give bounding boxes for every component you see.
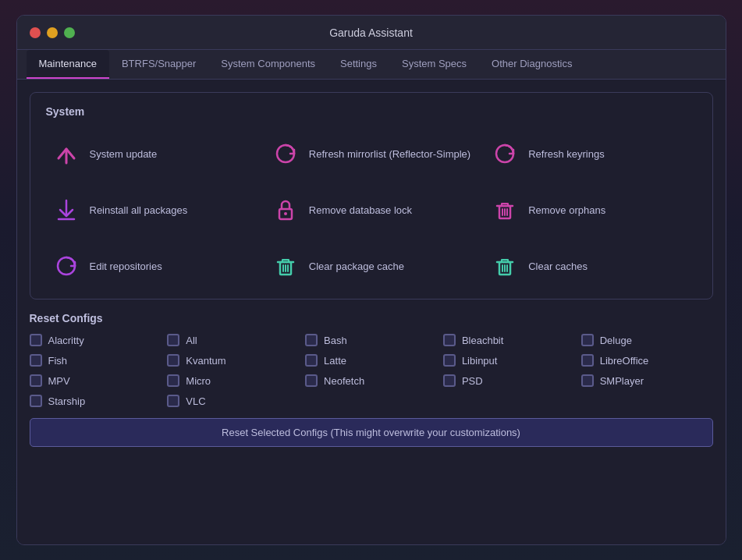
checkbox-kvantum[interactable]: Kvantum <box>167 354 299 367</box>
checkbox-micro-label: Micro <box>186 375 211 387</box>
tab-system-components[interactable]: System Components <box>208 50 328 79</box>
tab-btrfs[interactable]: BTRFS/Snapper <box>109 50 208 79</box>
action-edit-repos-label: Edit repositories <box>90 261 162 272</box>
checkbox-libreoffice-label: LibreOffice <box>600 355 649 367</box>
checkbox-latte-label: Latte <box>324 355 346 367</box>
action-reinstall-packages-label: Reinstall all packages <box>90 204 188 216</box>
action-remove-db-lock-label: Remove database lock <box>309 204 412 216</box>
refresh-mirrorlist-icon <box>272 140 300 168</box>
clear-package-cache-icon <box>272 252 300 280</box>
close-button[interactable] <box>30 27 41 38</box>
checkbox-psd[interactable]: PSD <box>443 374 575 387</box>
download-icon <box>52 196 80 224</box>
trash-orphans-icon <box>491 196 519 224</box>
checkbox-libinput-label: Libinput <box>462 355 498 367</box>
tab-bar: Maintenance BTRFS/Snapper System Compone… <box>17 50 726 80</box>
checkbox-fish-label: Fish <box>48 355 68 367</box>
checkbox-all-box[interactable] <box>167 334 179 346</box>
checkbox-all[interactable]: All <box>167 334 299 346</box>
action-remove-db-lock[interactable]: Remove database lock <box>265 190 477 230</box>
system-section-title: System <box>46 105 697 118</box>
action-edit-repos[interactable]: Edit repositories <box>46 246 257 286</box>
reset-selected-button[interactable]: Reset Selected Configs (This might overw… <box>30 418 713 447</box>
action-remove-orphans[interactable]: Remove orphans <box>485 190 696 230</box>
refresh-keyrings-icon <box>491 140 519 168</box>
checkbox-smplayer[interactable]: SMPlayer <box>581 374 713 387</box>
checkbox-starship-label: Starship <box>48 395 86 407</box>
checkbox-alacritty-box[interactable] <box>30 334 42 346</box>
checkbox-bash-label: Bash <box>324 335 347 346</box>
tab-system-specs[interactable]: System Specs <box>389 50 479 79</box>
action-refresh-keyrings-label: Refresh keyrings <box>528 148 605 160</box>
reset-configs-section: Reset Configs Alacritty All Bash Bleachb… <box>30 312 713 447</box>
app-window: Garuda Assistant Maintenance BTRFS/Snapp… <box>16 15 726 545</box>
checkbox-smplayer-label: SMPlayer <box>600 375 644 387</box>
checkbox-vlc[interactable]: VLC <box>167 395 299 407</box>
checkbox-bash[interactable]: Bash <box>305 334 437 346</box>
actions-grid: System update Refresh mirrorlist (Reflec… <box>46 133 697 286</box>
checkbox-bleachbit[interactable]: Bleachbit <box>443 334 575 346</box>
traffic-lights <box>30 27 75 38</box>
edit-repos-icon <box>52 252 80 280</box>
tab-other-diagnostics[interactable]: Other Diagnostics <box>479 50 584 79</box>
checkbox-neofetch[interactable]: Neofetch <box>305 374 437 387</box>
checkbox-starship[interactable]: Starship <box>30 395 162 407</box>
action-system-update[interactable]: System update <box>46 133 257 174</box>
checkbox-smplayer-box[interactable] <box>581 374 594 387</box>
action-clear-caches-label: Clear caches <box>528 261 588 272</box>
clear-caches-icon <box>491 252 519 280</box>
checkbox-libinput-box[interactable] <box>443 354 456 367</box>
checkbox-neofetch-box[interactable] <box>305 374 318 387</box>
checkbox-starship-box[interactable] <box>30 395 42 407</box>
action-refresh-mirrorlist-label: Refresh mirrorlist (Reflector-Simple) <box>309 148 470 160</box>
action-refresh-keyrings[interactable]: Refresh keyrings <box>485 133 696 174</box>
checkbox-vlc-label: VLC <box>186 395 205 407</box>
lock-icon <box>272 196 300 224</box>
checkbox-neofetch-label: Neofetch <box>324 375 364 387</box>
maximize-button[interactable] <box>64 27 75 38</box>
action-refresh-mirrorlist[interactable]: Refresh mirrorlist (Reflector-Simple) <box>265 133 477 174</box>
checkbox-bash-box[interactable] <box>305 334 318 346</box>
checkbox-latte-box[interactable] <box>305 354 318 367</box>
checkbox-bleachbit-box[interactable] <box>443 334 456 346</box>
checkbox-psd-box[interactable] <box>443 374 456 387</box>
tab-settings[interactable]: Settings <box>328 50 389 79</box>
checkbox-libreoffice-box[interactable] <box>581 354 594 367</box>
checkbox-libinput[interactable]: Libinput <box>443 354 575 367</box>
checkbox-alacritty-label: Alacritty <box>48 335 84 346</box>
checkbox-deluge-label: Deluge <box>600 335 632 346</box>
action-reinstall-packages[interactable]: Reinstall all packages <box>46 190 257 230</box>
action-clear-package-cache-label: Clear package cache <box>309 261 404 272</box>
tab-maintenance[interactable]: Maintenance <box>27 50 109 79</box>
checkbox-bleachbit-label: Bleachbit <box>462 335 503 346</box>
window-title: Garuda Assistant <box>329 27 413 39</box>
titlebar: Garuda Assistant <box>17 16 726 50</box>
action-clear-package-cache[interactable]: Clear package cache <box>265 246 477 286</box>
checkboxes-grid: Alacritty All Bash Bleachbit Deluge <box>30 334 713 407</box>
system-section: System System update <box>30 92 713 299</box>
checkbox-kvantum-box[interactable] <box>167 354 179 367</box>
checkbox-kvantum-label: Kvantum <box>186 355 225 367</box>
main-content: System System update <box>17 80 726 544</box>
checkbox-deluge[interactable]: Deluge <box>581 334 713 346</box>
action-remove-orphans-label: Remove orphans <box>528 204 605 216</box>
checkbox-fish[interactable]: Fish <box>30 354 162 367</box>
svg-point-5 <box>284 212 287 215</box>
checkbox-libreoffice[interactable]: LibreOffice <box>581 354 713 367</box>
action-clear-caches[interactable]: Clear caches <box>485 246 696 286</box>
checkbox-deluge-box[interactable] <box>581 334 594 346</box>
checkbox-all-label: All <box>186 335 197 346</box>
reset-configs-title: Reset Configs <box>30 312 713 324</box>
checkbox-alacritty[interactable]: Alacritty <box>30 334 162 346</box>
action-system-update-label: System update <box>90 148 158 160</box>
checkbox-mpv-box[interactable] <box>30 374 42 387</box>
checkbox-latte[interactable]: Latte <box>305 354 437 367</box>
checkbox-vlc-box[interactable] <box>167 395 179 407</box>
checkbox-mpv-label: MPV <box>48 375 70 387</box>
checkbox-micro-box[interactable] <box>167 374 179 387</box>
checkbox-mpv[interactable]: MPV <box>30 374 162 387</box>
minimize-button[interactable] <box>47 27 58 38</box>
chevron-up-icon <box>52 140 80 168</box>
checkbox-fish-box[interactable] <box>30 354 42 367</box>
checkbox-micro[interactable]: Micro <box>167 374 299 387</box>
